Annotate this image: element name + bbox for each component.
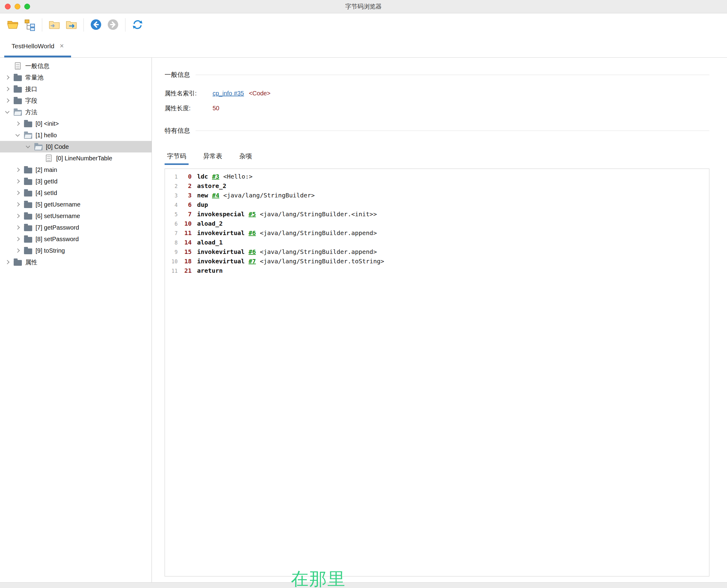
- window-title: 字节码浏览器: [345, 2, 382, 10]
- tree-item-method-8-setpassword[interactable]: [8] setPassword: [0, 233, 152, 245]
- constant-pool-link[interactable]: #7: [249, 257, 256, 265]
- chevron-right-icon[interactable]: [2, 76, 12, 79]
- bytecode-panel: 10ldc#3<Hello:>22astore_233new#4<java/la…: [165, 169, 709, 576]
- tree-item-label: [9] toString: [36, 247, 65, 254]
- save-classes-button[interactable]: [63, 16, 80, 34]
- line-number: 7: [167, 229, 178, 238]
- mnemonic: dup: [197, 201, 208, 208]
- tree-item-line-number-table[interactable]: [0] LineNumberTable: [0, 152, 152, 164]
- attr-name-constant: <Code>: [249, 90, 270, 97]
- line-number: 6: [167, 219, 178, 228]
- mnemonic: aload_1: [197, 239, 222, 246]
- toolbar-separator: [84, 18, 84, 31]
- chevron-right-icon[interactable]: [2, 260, 12, 264]
- tree-item-method-5-getusername[interactable]: [5] getUsername: [0, 198, 152, 210]
- tree-item-method-7-getpassword[interactable]: [7] getPassword: [0, 222, 152, 233]
- constant-comment: <java/lang/StringBuilder>: [223, 192, 315, 199]
- general-info-heading-label: 一般信息: [165, 70, 190, 79]
- open-folder-button[interactable]: [46, 16, 63, 34]
- tree-item-methods[interactable]: 方法: [0, 106, 152, 118]
- open-class-file-button[interactable]: [4, 16, 21, 34]
- mnemonic: areturn: [197, 267, 222, 274]
- detail-tabs: 字节码异常表杂项: [165, 152, 709, 165]
- chevron-down-icon[interactable]: [13, 134, 22, 136]
- tree-item-method-4-setid[interactable]: [4] setId: [0, 187, 152, 198]
- chevron-right-icon[interactable]: [13, 122, 22, 125]
- bytecode-offset: 0: [178, 172, 192, 181]
- detail-tab-0[interactable]: 字节码: [165, 152, 189, 165]
- line-number: 1: [167, 172, 178, 181]
- close-window-button[interactable]: [5, 4, 10, 9]
- chevron-right-icon[interactable]: [13, 249, 22, 252]
- tree-item-method-0-init[interactable]: [0] <init>: [0, 118, 152, 129]
- tree-item-code[interactable]: [0] Code: [0, 141, 152, 152]
- tab-testhelloworld[interactable]: TestHelloWorld ×: [4, 37, 71, 57]
- bytecode-line: 610aload_2: [167, 219, 707, 228]
- minimize-window-button[interactable]: [15, 4, 20, 9]
- close-tab-icon[interactable]: ×: [60, 43, 64, 49]
- tree-item-fields[interactable]: 字段: [0, 95, 152, 106]
- bytecode-line: 57invokespecial#5<java/lang/StringBuilde…: [167, 210, 707, 219]
- folder-icon: [22, 201, 34, 208]
- chevron-down-icon[interactable]: [2, 111, 12, 113]
- tree-item-label: [0] <init>: [36, 120, 59, 127]
- chevron-right-icon[interactable]: [13, 214, 22, 217]
- detail-tab-2[interactable]: 杂项: [237, 152, 255, 165]
- tree-item-label: 一般信息: [25, 62, 49, 70]
- detail-tab-1[interactable]: 异常表: [201, 152, 225, 165]
- general-info-heading: 一般信息: [165, 70, 709, 79]
- content-area: 一般信息常量池接口字段方法[0] <init>[1] hello[0] Code…: [0, 58, 727, 582]
- line-number: 9: [167, 248, 178, 257]
- sidebar-tree: 一般信息常量池接口字段方法[0] <init>[1] hello[0] Code…: [0, 60, 152, 268]
- attr-length-row: 属性长度: 50: [165, 104, 709, 112]
- folder-icon: [22, 189, 34, 196]
- tree-item-label: [5] getUsername: [36, 201, 81, 208]
- tree-item-method-1-hello[interactable]: [1] hello: [0, 129, 152, 141]
- reload-button[interactable]: [129, 16, 146, 34]
- back-icon: [90, 18, 102, 32]
- chevron-right-icon[interactable]: [13, 180, 22, 183]
- constant-pool-link[interactable]: #4: [212, 192, 219, 199]
- tree-item-attributes[interactable]: 属性: [0, 256, 152, 268]
- app-window: 字节码浏览器: [0, 0, 727, 588]
- tree-item-method-9-tostring[interactable]: [9] toString: [0, 245, 152, 256]
- chevron-right-icon[interactable]: [2, 99, 12, 102]
- tree-item-interfaces[interactable]: 接口: [0, 83, 152, 95]
- tree-item-general-info[interactable]: 一般信息: [0, 60, 152, 72]
- open-folder-icon: [22, 131, 34, 139]
- tree-item-label: [1] hello: [36, 132, 57, 139]
- structure-tree-panel: 一般信息常量池接口字段方法[0] <init>[1] hello[0] Code…: [0, 58, 152, 582]
- tree-item-method-2-main[interactable]: [2] main: [0, 164, 152, 175]
- bytecode-offset: 11: [178, 228, 192, 237]
- chevron-right-icon[interactable]: [13, 203, 22, 206]
- detail-panel: 一般信息 属性名索引: cp_info #35 <Code> 属性长度: 50 …: [152, 58, 727, 582]
- zoom-window-button[interactable]: [24, 4, 30, 9]
- chevron-right-icon[interactable]: [13, 168, 22, 171]
- class-hierarchy-icon: [23, 18, 36, 32]
- folder-icon: [12, 258, 23, 266]
- tree-item-label: [0] LineNumberTable: [56, 155, 112, 162]
- forward-button[interactable]: [105, 16, 122, 34]
- mnemonic: invokespecial: [197, 210, 245, 218]
- constant-pool-link[interactable]: #5: [249, 210, 256, 218]
- back-button[interactable]: [87, 16, 105, 34]
- chevron-down-icon[interactable]: [23, 146, 33, 148]
- folder-icon: [22, 224, 34, 231]
- tree-item-method-6-setusername[interactable]: [6] setUsername: [0, 210, 152, 222]
- tree-item-method-3-getid[interactable]: [3] getId: [0, 175, 152, 187]
- tree-item-constant-pool[interactable]: 常量池: [0, 72, 152, 83]
- tab-label: TestHelloWorld: [12, 43, 55, 50]
- mnemonic: invokevirtual: [197, 248, 245, 255]
- bytecode-line: 46dup: [167, 200, 707, 210]
- document-icon: [43, 154, 54, 162]
- constant-pool-link[interactable]: #6: [249, 248, 256, 255]
- folder-icon: [12, 74, 23, 81]
- chevron-right-icon[interactable]: [13, 226, 22, 229]
- chevron-right-icon[interactable]: [2, 87, 12, 90]
- constant-pool-link[interactable]: #6: [249, 229, 256, 237]
- chevron-right-icon[interactable]: [13, 237, 22, 240]
- constant-pool-link[interactable]: #3: [212, 173, 219, 180]
- class-hierarchy-button[interactable]: [21, 16, 38, 34]
- chevron-right-icon[interactable]: [13, 191, 22, 194]
- cp-info-link[interactable]: cp_info #35: [213, 90, 244, 97]
